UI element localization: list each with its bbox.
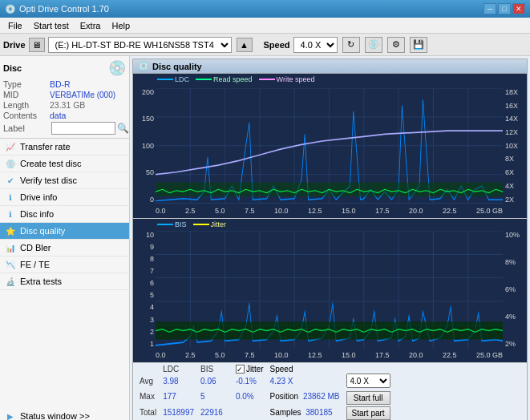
max-jitter: 0.0% — [233, 389, 267, 404]
menu-file[interactable]: File — [3, 19, 27, 32]
total-bis: 22916 — [197, 405, 226, 420]
main-panel: 💿 Disc quality LDC — [130, 56, 530, 420]
upper-y-axis-right: 18X 16X 14X 12X 10X 8X 6X 4X 2X — [503, 88, 527, 204]
label-icon-btn[interactable]: 🔍 — [117, 123, 129, 134]
settings-button[interactable]: ⚙ — [387, 37, 405, 53]
samples-value: 380185 — [305, 408, 332, 417]
minimize-button[interactable]: ─ — [483, 3, 496, 14]
chart-panel-header: 💿 Disc quality — [133, 59, 527, 74]
read-speed-legend-color — [196, 79, 212, 80]
jitter-checkbox[interactable]: ✓ — [236, 365, 245, 374]
contents-key: Contents — [3, 111, 50, 120]
drive-info-icon: ℹ — [5, 192, 16, 203]
avg-bis: 0.06 — [197, 374, 226, 389]
speed-value: 4.23 X — [270, 377, 293, 386]
content-area: Disc 💿 Type BD-R MID VERBATIMe (000) Len… — [0, 56, 530, 420]
bis-header: BIS — [197, 365, 226, 374]
verify-test-icon: ✔ — [5, 175, 16, 186]
extra-tests-icon: 🔬 — [5, 276, 16, 287]
sidebar-item-create-test-disc[interactable]: 💿 Create test disc — [0, 155, 129, 172]
lower-y-axis-right: 10% 8% 6% 4% 2% — [503, 231, 527, 349]
sidebar-item-extra-tests[interactable]: 🔬 Extra tests — [0, 273, 129, 290]
drive-icon[interactable]: 🖥 — [29, 38, 45, 52]
lower-graph-container — [156, 231, 503, 349]
sidebar: Disc 💿 Type BD-R MID VERBATIMe (000) Len… — [0, 56, 130, 420]
disc-panel-title: Disc — [3, 63, 22, 73]
write-speed-legend: Write speed — [259, 75, 315, 83]
lower-graph: BIS Jitter 10 9 8 7 — [133, 219, 527, 363]
sidebar-item-transfer-rate[interactable]: 📈 Transfer rate — [0, 139, 129, 155]
stats-empty-header — [136, 365, 160, 374]
avg-ldc: 3.98 — [160, 374, 197, 389]
total-label: Total — [136, 405, 160, 420]
max-ldc: 177 — [160, 389, 197, 404]
ldc-header: LDC — [160, 365, 197, 374]
disc-quality-icon-header: 💿 — [138, 61, 149, 71]
label-input[interactable] — [51, 122, 115, 135]
disc-button[interactable]: 💿 — [365, 37, 382, 53]
disc-quality-icon: ⭐ — [5, 225, 16, 236]
eject-button[interactable]: ▲ — [237, 38, 253, 52]
stats-table: LDC BIS ✓ Jitter Spe — [136, 365, 394, 420]
titlebar: 💿 Opti Drive Control 1.70 ─ □ ✕ — [0, 0, 530, 18]
upper-x-axis: 0.02.55.07.510.012.515.017.520.022.525.0… — [156, 204, 503, 218]
chart-content: LDC Read speed Write speed — [133, 74, 527, 420]
speed-label: Speed — [264, 40, 290, 50]
upper-graph: LDC Read speed Write speed — [133, 74, 527, 219]
jitter-label: Jitter — [246, 365, 264, 374]
samples-label: Samples — [270, 408, 301, 417]
menu-extra[interactable]: Extra — [75, 19, 106, 32]
status-window-button[interactable]: ▶ Status window >> — [0, 408, 129, 420]
upper-graph-container — [156, 88, 503, 204]
sidebar-item-fe-te[interactable]: 📉 FE / TE — [0, 256, 129, 273]
position-value: 23862 MB — [303, 392, 340, 401]
total-ldc: 1518997 — [160, 405, 197, 420]
drive-label: Drive — [3, 40, 26, 50]
lower-y-axis-left: 10 9 8 7 6 5 4 3 2 1 — [133, 231, 156, 349]
disc-info-icon: ℹ — [5, 208, 16, 220]
create-test-icon: 💿 — [5, 158, 16, 169]
sidebar-item-drive-info[interactable]: ℹ Drive info — [0, 189, 129, 206]
transfer-rate-icon: 📈 — [5, 141, 16, 152]
sidebar-item-cd-bler[interactable]: 📊 CD Bler — [0, 240, 129, 256]
app-title: 💿 Opti Drive Control 1.70 — [5, 4, 109, 14]
jitter-section: ✓ Jitter — [236, 365, 264, 374]
drive-bar: Drive 🖥 (E:) HL-DT-ST BD-RE WH16NS58 TST… — [0, 34, 530, 56]
read-speed-legend: Read speed — [196, 75, 253, 83]
jitter-legend-color — [193, 224, 209, 225]
type-key: Type — [3, 79, 50, 89]
sidebar-item-disc-info[interactable]: ℹ Disc info — [0, 206, 129, 223]
avg-jitter: -0.1% — [233, 374, 267, 389]
menu-help[interactable]: Help — [107, 19, 135, 32]
nav-items: 📈 Transfer rate 💿 Create test disc ✔ Ver… — [0, 139, 129, 290]
menu-start-test[interactable]: Start test — [29, 19, 74, 32]
close-button[interactable]: ✕ — [512, 3, 525, 14]
contents-value: data — [50, 111, 66, 120]
upper-legend: LDC Read speed Write speed — [157, 75, 314, 83]
speed-dropdown[interactable]: 4.0 X — [346, 374, 390, 388]
app-icon: 💿 — [5, 4, 16, 14]
menubar: File Start test Extra Help — [0, 18, 530, 34]
maximize-button[interactable]: □ — [498, 3, 511, 14]
type-value: BD-R — [50, 79, 71, 89]
sidebar-item-disc-quality[interactable]: ⭐ Disc quality — [0, 223, 129, 240]
upper-y-axis-left: 200 150 100 50 0 — [133, 88, 156, 204]
position-label: Position — [270, 392, 299, 401]
jitter-legend: Jitter — [193, 220, 227, 228]
length-key: Length — [3, 100, 50, 110]
bis-legend: BIS — [157, 220, 187, 228]
speed-stat-label: Speed — [270, 365, 293, 374]
max-bis: 5 — [197, 389, 226, 404]
refresh-button[interactable]: ↻ — [342, 37, 360, 53]
status-window-icon: ▶ — [5, 410, 16, 420]
window-controls[interactable]: ─ □ ✕ — [483, 3, 525, 14]
save-button[interactable]: 💾 — [410, 37, 427, 53]
fe-te-icon: 📉 — [5, 259, 16, 270]
drive-select[interactable]: (E:) HL-DT-ST BD-RE WH16NS58 TST4 — [48, 37, 232, 53]
cd-bler-icon: 📊 — [5, 242, 16, 253]
lower-x-axis: 0.02.55.07.510.012.515.017.520.022.525.0… — [156, 348, 503, 362]
start-full-button[interactable]: Start full — [346, 391, 390, 405]
sidebar-item-verify-test-disc[interactable]: ✔ Verify test disc — [0, 172, 129, 189]
start-part-button[interactable]: Start part — [346, 406, 390, 420]
speed-select[interactable]: 4.0 X — [293, 37, 338, 53]
